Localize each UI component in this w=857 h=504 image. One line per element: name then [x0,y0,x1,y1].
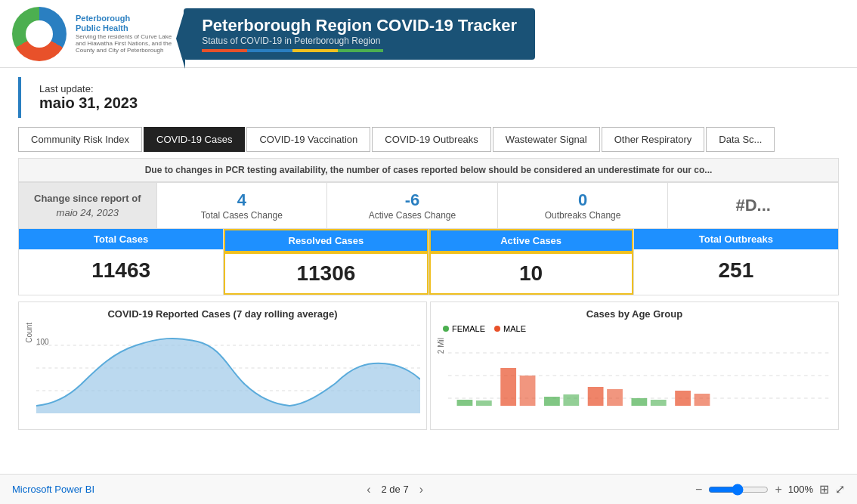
main-content: Due to changes in PCR testing availabili… [18,158,839,430]
zoom-in-button[interactable]: + [775,483,781,496]
svg-rect-15 [607,389,623,406]
tab-wastewater[interactable]: Wastewater Signal [493,127,600,152]
active-cases-value: 10 [429,252,633,295]
org-name: Peterborough Public Health [76,14,172,33]
svg-rect-14 [563,394,579,406]
resolved-cases-box: Resolved Cases 11306 [223,229,428,295]
last-update-label: Last update: [39,83,821,94]
resolved-cases-header: Resolved Cases [224,229,428,252]
svg-rect-11 [675,391,691,406]
svg-rect-7 [500,368,516,406]
active-cases-header: Active Cases [429,229,633,252]
svg-rect-12 [476,400,492,406]
color-bar-orange [202,49,247,52]
total-outbreaks-value: 251 [634,249,838,292]
notice-bar: Due to changes in PCR testing availabili… [18,158,839,182]
male-dot [494,326,500,332]
color-bar-blue [247,49,292,52]
svg-rect-9 [588,387,604,406]
extra-change-value: #D... [735,196,770,215]
charts-row: COVID-19 Reported Cases (7 day rolling a… [18,301,839,430]
notice-text: Due to changes in PCR testing availabili… [145,165,713,175]
active-cases-change-cell: -6 Active Cases Change [326,183,497,228]
left-chart: COVID-19 Reported Cases (7 day rolling a… [18,301,427,430]
nav-tabs: Community Risk Index COVID-19 Cases COVI… [0,127,857,152]
zoom-level: 100% [788,484,813,495]
resolved-cases-value: 11306 [224,252,428,295]
logo-text: Peterborough Public Health Serving the r… [76,14,172,54]
logo-area: Peterborough Public Health Serving the r… [12,7,172,61]
prev-page-button[interactable]: ‹ [362,481,375,498]
active-cases-change-label: Active Cases Change [369,210,456,221]
female-label: FEMALE [452,324,485,333]
left-chart-svg [36,323,420,413]
svg-rect-6 [457,400,473,406]
active-cases-box: Active Cases 10 [428,229,633,295]
svg-rect-10 [631,398,647,406]
tab-covid-cases[interactable]: COVID-19 Cases [144,127,245,152]
extra-change-cell: #D... [667,183,838,228]
svg-rect-16 [651,400,667,406]
tab-covid-vaccination[interactable]: COVID-19 Vaccination [246,127,370,152]
last-update-section: Last update: maio 31, 2023 [18,77,839,118]
title-banner: Peterborough Region COVID-19 Tracker Sta… [184,8,535,60]
legend-male: MALE [494,324,526,333]
total-cases-change-cell: 4 Total Cases Change [156,183,327,228]
svg-rect-8 [544,397,560,406]
zoom-slider[interactable] [708,484,769,496]
stats-wrapper: Change since report of maio 24, 2023 4 T… [18,182,839,229]
pagination: ‹ 2 de 7 › [362,481,428,498]
right-chart-svg [448,338,832,410]
female-dot [443,326,449,332]
color-bars [202,49,517,52]
change-since-label: Change since report of [34,193,141,204]
fullscreen-button[interactable]: ⤢ [835,482,845,496]
total-cases-box: Total Cases 11463 [19,229,223,295]
zoom-out-button[interactable]: − [695,483,702,496]
svg-rect-13 [520,376,536,406]
header: Peterborough Public Health Serving the r… [0,0,857,68]
total-outbreaks-box: Total Outbreaks 251 [633,229,838,295]
total-cases-change-label: Total Cases Change [201,210,283,221]
right-chart-y-label: 2 Mil [437,338,445,354]
svg-rect-17 [695,394,710,406]
total-cases-header: Total Cases [19,229,223,249]
outbreaks-change-label: Outbreaks Change [545,210,621,221]
right-chart: Cases by Age Group FEMALE MALE 2 Mil [430,301,839,430]
bottom-bar: Microsoft Power BI ‹ 2 de 7 › − + 100% ⊞… [0,474,857,504]
tab-data-sources[interactable]: Data Sc... [706,127,775,152]
logo-icon [12,7,67,61]
fit-page-button[interactable]: ⊞ [819,482,829,496]
powerbi-link[interactable]: Microsoft Power BI [12,484,94,495]
page-total: 7 [403,484,408,495]
tab-other-respiratory[interactable]: Other Respiratory [602,127,705,152]
zoom-controls: − + 100% ⊞ ⤢ [695,482,845,496]
stats-row: Total Cases 11463 Resolved Cases 11306 A… [18,229,839,295]
color-bar-yellow [292,49,338,52]
legend-female: FEMALE [443,324,485,333]
outbreaks-change-value: 0 [578,190,587,210]
left-chart-title: COVID-19 Reported Cases (7 day rolling a… [25,308,420,320]
page-title: Peterborough Region COVID-19 Tracker [202,16,517,36]
right-chart-title: Cases by Age Group [437,308,832,320]
change-since-cell: Change since report of maio 24, 2023 [19,183,156,228]
male-label: MALE [503,324,526,333]
total-cases-change-value: 4 [237,190,246,210]
page-current: 2 [381,484,386,495]
last-update-date: maio 31, 2023 [39,94,821,112]
page-subtitle: Status of COVID-19 in Peterborough Regio… [202,36,517,46]
chart-legend: FEMALE MALE [437,323,832,335]
next-page-button[interactable]: › [415,481,428,498]
left-chart-y-value: 100 [36,338,49,346]
total-outbreaks-header: Total Outbreaks [634,229,838,249]
tab-community-risk[interactable]: Community Risk Index [18,127,142,152]
active-cases-change-value: -6 [405,190,420,210]
color-bar-green [338,49,383,52]
page-info: 2 de 7 [381,484,408,495]
tab-covid-outbreaks[interactable]: COVID-19 Outbreaks [372,127,491,152]
org-sub: Serving the residents of Curve Lake and … [76,33,172,54]
page-separator: de [389,484,403,495]
outbreaks-change-cell: 0 Outbreaks Change [497,183,668,228]
change-since-date: maio 24, 2023 [57,207,119,218]
total-cases-value: 11463 [19,249,223,292]
